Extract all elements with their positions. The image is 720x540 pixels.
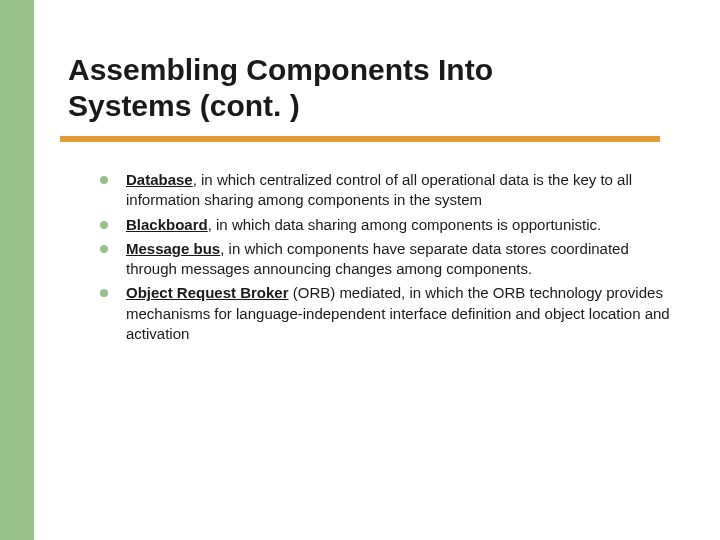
bullet-text: Database, in which centralized control o…: [126, 170, 670, 211]
bullet-text: Blackboard, in which data sharing among …: [126, 215, 601, 235]
bullet-icon: [100, 221, 108, 229]
title-underline: [60, 136, 660, 142]
title-line-1: Assembling Components Into: [68, 52, 493, 88]
bullet-icon: [100, 245, 108, 253]
page-title: Assembling Components Into Systems (cont…: [68, 52, 493, 124]
bullet-text: Object Request Broker (ORB) mediated, in…: [126, 283, 670, 344]
bullet-text: Message bus, in which components have se…: [126, 239, 670, 280]
list-item: Blackboard, in which data sharing among …: [100, 215, 670, 235]
bullet-list: Database, in which centralized control o…: [100, 170, 670, 348]
list-item: Database, in which centralized control o…: [100, 170, 670, 211]
title-line-2: Systems (cont. ): [68, 88, 493, 124]
bullet-icon: [100, 289, 108, 297]
decorative-sidebar: [0, 0, 34, 540]
list-item: Object Request Broker (ORB) mediated, in…: [100, 283, 670, 344]
bullet-icon: [100, 176, 108, 184]
list-item: Message bus, in which components have se…: [100, 239, 670, 280]
